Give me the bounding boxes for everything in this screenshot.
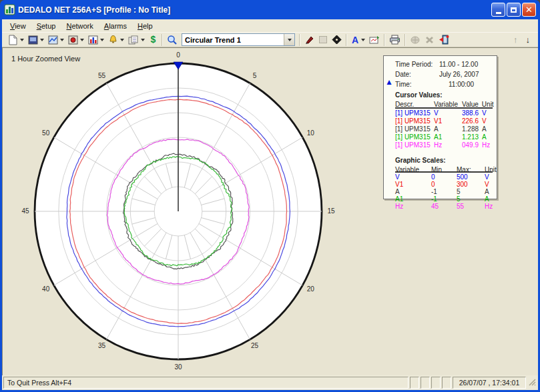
view-mode-label: 1 Hour Zoomed View [11, 55, 80, 63]
bar-graph-view-button[interactable] [86, 33, 106, 47]
app-body: View Setup Network Alarms Help [2, 19, 538, 390]
graphic-scale-row: A-15A [395, 187, 493, 195]
cursor-values-title: Cursor Values: [395, 91, 493, 100]
resize-grip-icon [527, 377, 537, 387]
statusbar-message: To Quit Press Alt+F4 [3, 377, 409, 389]
graphic-scales-title: Graphic Scales: [395, 156, 493, 165]
time-period-value: 11.00 - 12.00 [439, 60, 493, 69]
menu-help[interactable]: Help [132, 21, 158, 31]
maximize-button[interactable] [507, 3, 521, 17]
menu-setup[interactable]: Setup [31, 21, 61, 31]
cursor-info-panel: ▲ Time Period:11.00 - 12.00 Date:July 26… [383, 55, 497, 199]
chart-area: 0510152025303540455055 1 Hour Zoomed Vie… [2, 47, 538, 375]
app-icon [4, 4, 15, 15]
font-icon: A [351, 35, 359, 45]
annotate-pen-button[interactable] [302, 33, 316, 47]
toolbar-separator [162, 34, 163, 46]
statusbar-cell [442, 377, 451, 389]
angle-label: 25 [251, 342, 259, 349]
chevron-down-icon [288, 39, 292, 41]
time-value: 11:00:00 [439, 80, 493, 89]
window-title: DEDALO NET 256A+S [Profile : No Title] [18, 5, 491, 15]
navigate-button[interactable] [330, 33, 344, 47]
close-icon: ✕ [525, 5, 533, 14]
menu-network[interactable]: Network [61, 21, 98, 31]
minimize-icon [496, 12, 501, 14]
meter-view-button[interactable] [66, 33, 86, 47]
cursor-value-row: [1] UPM315Hz049.9Hz [395, 141, 493, 149]
alarm-bell-icon [108, 35, 118, 45]
report-view-button[interactable] [126, 33, 147, 47]
print-button[interactable] [387, 33, 402, 47]
costs-button[interactable]: $ [147, 33, 160, 47]
date-label: Date: [395, 70, 439, 79]
cursor-marker-icon: ▲ [385, 78, 393, 86]
graphic-scale-row: V10300V [395, 180, 493, 187]
alarms-view-button[interactable] [106, 33, 126, 47]
graphic-scales-header: Variable Min Max: Unit [395, 165, 493, 173]
dropdown-arrow-icon [60, 39, 64, 41]
angle-label: 40 [42, 285, 50, 293]
angle-label: 55 [98, 72, 106, 79]
trend-selector-combo[interactable]: Circular Trend 1 [182, 33, 295, 46]
toolbar-separator [346, 34, 347, 46]
statusbar-cell [421, 377, 430, 389]
dropdown-arrow-icon [80, 39, 84, 41]
angle-label: 35 [98, 342, 106, 349]
menubar: View Setup Network Alarms Help [2, 19, 538, 32]
copy-chart-button[interactable] [367, 33, 382, 47]
dropdown-arrow-icon [40, 39, 44, 41]
dropdown-arrow-icon [100, 39, 104, 41]
new-document-button[interactable] [6, 33, 26, 47]
diamond-icon [332, 35, 342, 45]
toolbar-separator [299, 34, 300, 46]
svg-text:A: A [352, 35, 358, 45]
exit-door-icon [439, 35, 450, 45]
send-icon-disabled [410, 35, 421, 45]
angle-label: 30 [174, 363, 182, 371]
resize-grip[interactable] [527, 377, 537, 389]
statusbar-cell [410, 377, 419, 389]
exit-button[interactable] [437, 33, 452, 47]
display-view-button[interactable] [26, 33, 46, 47]
angle-label: 50 [42, 129, 50, 137]
menu-alarms[interactable]: Alarms [99, 21, 132, 31]
bar-graph-view-icon [88, 35, 98, 45]
cursor-value-row: [1] UPM315A11.213A [395, 133, 493, 141]
delete-button[interactable] [423, 33, 437, 47]
scroll-down-icon[interactable]: ↓ [522, 35, 535, 44]
font-button[interactable]: A [349, 33, 367, 47]
printer-icon [389, 35, 400, 45]
meter-view-icon [68, 35, 78, 45]
scroll-up-icon[interactable]: ↑ [509, 35, 522, 44]
svg-text:$: $ [151, 35, 156, 45]
close-button[interactable]: ✕ [522, 3, 536, 17]
toolbar-separator [384, 34, 385, 46]
snapshot-icon [369, 35, 380, 45]
graphic-scale-row: V0500V [395, 173, 493, 180]
zoom-icon [167, 35, 178, 45]
send-button[interactable] [408, 33, 423, 47]
titlebar: DEDALO NET 256A+S [Profile : No Title] ✕ [0, 0, 540, 19]
dropdown-arrow-icon [361, 39, 365, 41]
dropdown-arrow-icon [141, 39, 145, 41]
menu-view[interactable]: View [5, 21, 31, 31]
time-label: Time: [395, 80, 439, 89]
toolbar: $ Circular Trend 1 A [2, 32, 538, 47]
statusbar-datetime: 26/07/07 , 17:34:01 [453, 377, 526, 389]
angle-label: 20 [307, 285, 315, 293]
angle-label: 5 [253, 72, 257, 79]
pause-trend-button[interactable] [316, 33, 330, 47]
toolbar-separator [404, 34, 406, 46]
trend-selector-dropdown-button[interactable] [284, 34, 294, 45]
angle-label: 10 [307, 129, 315, 137]
report-icon [128, 35, 139, 45]
dropdown-arrow-icon [20, 39, 24, 41]
dollar-icon: $ [149, 35, 158, 45]
minimize-button[interactable] [491, 3, 505, 17]
new-document-icon [8, 35, 18, 45]
trend-view-button[interactable] [46, 33, 66, 47]
cursor-values-header: Descr. Variable Value Unit [395, 100, 493, 109]
angle-label: 45 [21, 207, 29, 215]
zoom-button[interactable] [165, 33, 180, 47]
